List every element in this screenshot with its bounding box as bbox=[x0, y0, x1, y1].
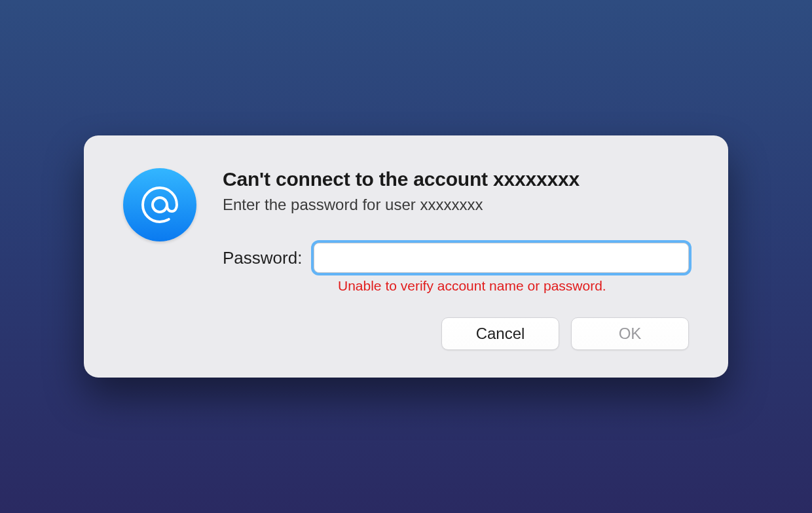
dialog-content: Can't connect to the account xxxxxxxx En… bbox=[223, 168, 689, 350]
password-row: Password: bbox=[223, 243, 689, 273]
dialog-title: Can't connect to the account xxxxxxxx bbox=[223, 168, 689, 190]
at-icon bbox=[123, 168, 196, 241]
dialog-icon-column bbox=[123, 168, 196, 350]
error-message: Unable to verify account name or passwor… bbox=[338, 278, 689, 294]
ok-button[interactable]: OK bbox=[571, 317, 689, 350]
dialog-subtitle: Enter the password for user xxxxxxxx bbox=[223, 196, 689, 214]
svg-point-0 bbox=[153, 198, 167, 212]
password-input-wrap bbox=[314, 243, 689, 273]
cancel-button[interactable]: Cancel bbox=[441, 317, 559, 350]
password-label: Password: bbox=[223, 248, 302, 268]
password-input[interactable] bbox=[314, 243, 689, 273]
dialog-button-row: Cancel OK bbox=[223, 317, 689, 350]
password-dialog: Can't connect to the account xxxxxxxx En… bbox=[84, 135, 728, 378]
